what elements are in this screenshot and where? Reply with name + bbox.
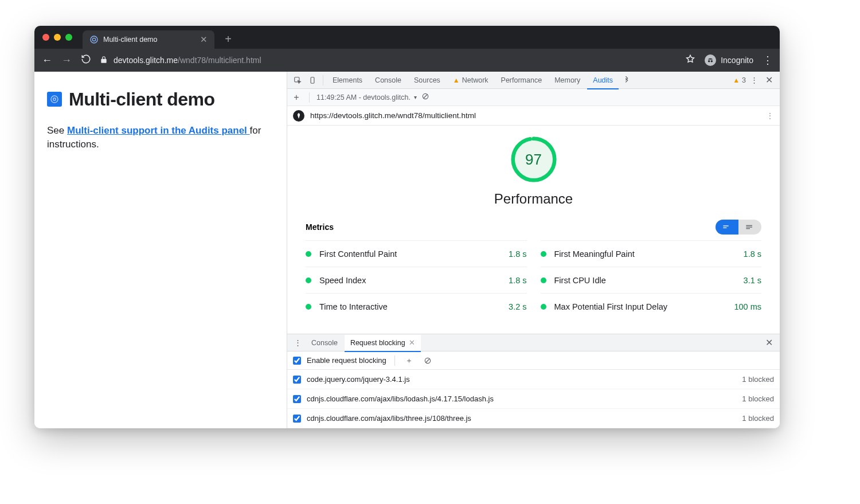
- window-minimize-button[interactable]: [54, 34, 61, 41]
- devtools: Elements Console Sources ▲ Network Perfo…: [287, 72, 780, 428]
- tab-performance[interactable]: Performance: [495, 72, 548, 89]
- new-tab-button[interactable]: +: [221, 33, 235, 46]
- block-pattern-checkbox[interactable]: [293, 415, 301, 423]
- reload-button[interactable]: [80, 54, 92, 67]
- browser-menu-icon[interactable]: ⋮: [763, 54, 773, 67]
- bookmark-icon[interactable]: [685, 54, 695, 67]
- metric-row[interactable]: First CPU Idle3.1 s: [541, 267, 762, 293]
- warning-badge-icon: ▲: [733, 76, 740, 84]
- block-pattern-row[interactable]: cdnjs.cloudflare.com/ajax/libs/lodash.js…: [287, 389, 780, 409]
- gauge-label: Performance: [494, 191, 573, 207]
- metric-name: First Meaningful Paint: [554, 249, 744, 259]
- window-controls: [42, 34, 72, 41]
- page-content: Multi-client demo See Multi-client suppo…: [34, 72, 287, 428]
- svg-rect-14: [746, 225, 752, 226]
- gauge-score: 97: [515, 140, 553, 178]
- metric-status-dot-icon: [306, 304, 311, 310]
- nav-back-button[interactable]: ←: [41, 54, 53, 67]
- metric-name: First Contentful Paint: [319, 249, 509, 259]
- tab-network[interactable]: ▲ Network: [447, 72, 494, 89]
- tab-audits[interactable]: Audits: [587, 72, 619, 89]
- svg-rect-13: [723, 228, 726, 228]
- tab-elements[interactable]: Elements: [327, 72, 368, 89]
- drawer-tab-console[interactable]: Console: [306, 334, 343, 351]
- devtools-settings-icon[interactable]: ⋮: [747, 73, 761, 87]
- incognito-indicator[interactable]: Incognito: [705, 54, 753, 66]
- metric-name: First CPU Idle: [554, 276, 744, 285]
- metric-row[interactable]: Time to Interactive3.2 s: [306, 293, 527, 319]
- audit-report-select[interactable]: 11:49:25 AM - devtools.glitch.: [316, 93, 417, 101]
- page-body: See Multi-client support in the Audits p…: [47, 124, 274, 151]
- metric-value: 1.8 s: [509, 249, 526, 259]
- block-pattern-text: cdnjs.cloudflare.com/ajax/libs/lodash.js…: [307, 394, 736, 403]
- device-toolbar-icon[interactable]: [306, 73, 319, 87]
- window-fullscreen-button[interactable]: [65, 34, 72, 41]
- svg-point-5: [53, 98, 56, 101]
- devtools-close-icon[interactable]: ✕: [762, 75, 776, 85]
- clear-audit-icon[interactable]: [421, 92, 429, 102]
- window-close-button[interactable]: [42, 34, 49, 41]
- drawer-tabstrip: ⋮ Console Request blocking ✕ ✕: [287, 334, 780, 351]
- block-pattern-text: code.jquery.com/jquery-3.4.1.js: [307, 375, 736, 384]
- block-pattern-row[interactable]: code.jquery.com/jquery-3.4.1.js1 blocked: [287, 370, 780, 389]
- svg-point-4: [51, 96, 58, 103]
- page-docs-link[interactable]: Multi-client support in the Audits panel: [67, 125, 250, 136]
- new-audit-button[interactable]: +: [291, 92, 302, 103]
- clear-patterns-button[interactable]: [421, 357, 434, 365]
- browser-window: Multi-client demo ✕ + ← → devtools.glitc…: [34, 26, 780, 428]
- metric-status-dot-icon: [306, 251, 311, 257]
- request-blocking-toolbar: Enable request blocking ＋: [287, 351, 780, 370]
- svg-point-3: [711, 60, 713, 62]
- metric-value: 3.2 s: [509, 302, 526, 311]
- svg-rect-15: [746, 226, 752, 227]
- audit-menu-icon[interactable]: ⋮: [766, 111, 774, 120]
- lighthouse-icon: [293, 110, 304, 122]
- tab-memory[interactable]: Memory: [549, 72, 586, 89]
- svg-rect-7: [311, 77, 314, 83]
- metric-value: 100 ms: [734, 302, 761, 311]
- tab-sources[interactable]: Sources: [408, 72, 446, 89]
- drawer-close-icon[interactable]: ✕: [762, 337, 776, 348]
- enable-blocking-checkbox[interactable]: [293, 357, 301, 365]
- metric-value: 3.1 s: [744, 276, 761, 285]
- audit-report-label: 11:49:25 AM - devtools.glitch.: [316, 93, 411, 101]
- block-pattern-checkbox[interactable]: [293, 376, 301, 384]
- drawer-menu-icon[interactable]: ⋮: [291, 336, 304, 350]
- drawer-tab-close-icon[interactable]: ✕: [409, 338, 415, 347]
- favicon-icon: [89, 35, 99, 44]
- inspect-element-icon[interactable]: [291, 73, 304, 87]
- more-tabs-icon[interactable]: [620, 73, 634, 87]
- tab-close-icon[interactable]: ✕: [200, 34, 208, 45]
- metric-row[interactable]: First Meaningful Paint1.8 s: [541, 240, 762, 267]
- warning-icon: ▲: [453, 76, 460, 84]
- metrics-view-toggle: [716, 220, 761, 235]
- block-pattern-list: code.jquery.com/jquery-3.4.1.js1 blocked…: [287, 370, 780, 428]
- browser-tab[interactable]: Multi-client demo ✕: [83, 30, 214, 49]
- svg-rect-12: [723, 225, 728, 226]
- audit-report: 97 Performance Metrics: [287, 126, 780, 334]
- add-pattern-button[interactable]: ＋: [403, 355, 416, 366]
- url-path: /wndt78/multiclient.html: [178, 56, 261, 65]
- nav-forward-button[interactable]: →: [61, 54, 72, 67]
- metric-name: Speed Index: [319, 276, 509, 285]
- view-toggle-expanded[interactable]: [738, 220, 761, 235]
- url-box[interactable]: devtools.glitch.me/wndt78/multiclient.ht…: [100, 56, 677, 65]
- svg-line-18: [425, 358, 429, 362]
- devtools-drawer: ⋮ Console Request blocking ✕ ✕ Enable re…: [287, 334, 780, 428]
- metric-status-dot-icon: [541, 304, 546, 310]
- block-pattern-row[interactable]: cdnjs.cloudflare.com/ajax/libs/three.js/…: [287, 409, 780, 428]
- content-area: Multi-client demo See Multi-client suppo…: [34, 72, 780, 428]
- metric-row[interactable]: First Contentful Paint1.8 s: [306, 240, 527, 267]
- drawer-tab-rb-label: Request blocking: [350, 339, 405, 347]
- warnings-count[interactable]: ▲ 3: [733, 76, 746, 84]
- audit-url-row: https://devtools.glitch.me/wndt78/multic…: [287, 106, 780, 126]
- audits-toolbar: + 11:49:25 AM - devtools.glitch.: [287, 89, 780, 106]
- drawer-tab-request-blocking[interactable]: Request blocking ✕: [345, 335, 421, 352]
- view-toggle-compact[interactable]: [716, 220, 738, 235]
- tab-console[interactable]: Console: [369, 72, 407, 89]
- metric-row[interactable]: Max Potential First Input Delay100 ms: [541, 293, 762, 319]
- lock-icon: [100, 56, 108, 65]
- metric-row[interactable]: Speed Index1.8 s: [306, 267, 527, 293]
- metric-value: 1.8 s: [509, 276, 526, 285]
- block-pattern-checkbox[interactable]: [293, 395, 301, 403]
